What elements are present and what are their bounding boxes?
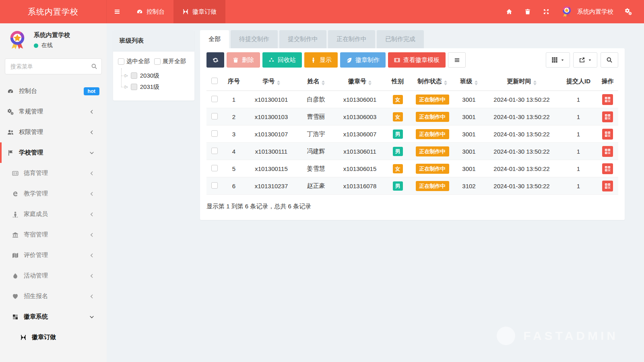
cell-name: 姜雪慧 [297,160,334,177]
cell-seq: 4 [223,143,245,160]
qr-action-button[interactable] [602,146,613,157]
export-dropdown-button[interactable] [573,52,597,68]
gears-icon [625,8,632,15]
home-button[interactable] [500,0,518,23]
delete-button[interactable]: 删除 [227,52,260,68]
class-tree-node[interactable]: ▷ 2030级 [120,70,190,81]
column-menu-button[interactable] [448,52,466,68]
profile-name: 系统内置学校 [34,31,70,39]
sidebar-menu-item[interactable]: 常规管理 [0,101,107,122]
menu-search-input[interactable] [5,58,102,74]
sidebar-menu-item[interactable]: 招生报名 [0,286,107,306]
sort-carets-icon [444,80,447,85]
menu-item-label: 学校管理 [19,149,43,156]
sort-carets-icon [322,80,325,85]
sidebar-menu-item[interactable]: 家庭成员 [0,204,107,224]
row-checkbox[interactable] [211,113,218,119]
row-checkbox[interactable] [211,148,218,154]
toolbar-right [546,52,618,68]
column-header[interactable]: 班级 [454,72,483,91]
column-header[interactable]: 姓名 [297,72,334,91]
clear-cache-button[interactable] [518,0,537,23]
select-all-checkbox[interactable] [211,78,218,84]
status-badge: 正在制作中 [416,95,449,105]
leaf-icon [346,57,352,63]
sort-carets-icon [533,80,537,85]
sidebar-menu-item[interactable]: 寄宿管理 [0,224,107,245]
check-all-label[interactable]: 选中全部 [126,58,150,65]
cell-seq: 2 [223,108,245,125]
column-header[interactable]: 徽章号 [334,72,385,91]
chevron-icon [89,212,99,217]
cell-class: 3001 [454,160,483,177]
sidebar-menu-item[interactable]: 权限管理 [0,122,107,142]
class-tree-node[interactable]: ▷ 2031级 [120,81,190,93]
cell-seq: 3 [223,125,245,143]
status-filter-tab[interactable]: 正在制作中 [328,30,375,48]
menu-item-label: 家庭成员 [24,210,48,218]
hot-badge: hot [84,87,99,95]
menu-item-icon [12,273,19,279]
refresh-button[interactable] [206,52,224,68]
status-filter-tab[interactable]: 待提交制作 [231,30,278,48]
check-all-checkbox[interactable] [118,58,124,65]
cell-seq: 1 [223,91,245,108]
status-filter-tab[interactable]: 已制作完成 [377,30,424,48]
navbar-window-tab[interactable]: 徽章订做 [173,0,225,23]
expand-all-checkbox[interactable] [154,58,161,65]
status-filter-tab[interactable]: 提交制作中 [279,30,326,48]
settings-button[interactable] [619,0,638,23]
sidebar-toggle-button[interactable] [107,0,128,23]
navbar-window-tab[interactable]: 控制台 [128,0,173,23]
tree-node-checkbox[interactable] [131,72,137,79]
sidebar-menu-item[interactable]: 活动管理 [0,265,107,286]
tree-toggle-icon[interactable]: ▷ [125,74,128,78]
column-header[interactable]: 学号 [245,72,297,91]
menu-item-icon [7,150,14,156]
column-header[interactable]: 制作状态 [410,72,454,91]
qr-action-button[interactable] [602,129,613,140]
sidebar-menu-item[interactable]: 评价管理 [0,245,107,265]
qr-action-button[interactable] [602,111,613,122]
sidebar-menu-item[interactable]: 教学管理 [0,183,107,204]
tree-node-checkbox[interactable] [131,84,137,90]
row-checkbox[interactable] [211,96,218,102]
search-icon [606,57,613,63]
film-icon [394,57,400,63]
qr-action-button[interactable] [602,163,613,174]
navbar-user-name[interactable]: 系统内置学校 [577,8,613,16]
qr-action-button[interactable] [602,94,613,105]
sidebar-menu-item[interactable]: 学校管理 [0,142,107,163]
cell-student-no: x101300103 [245,108,297,125]
status-filter-tab[interactable]: 全部 [200,30,229,48]
row-checkbox[interactable] [211,165,218,171]
column-header[interactable]: 更新时间 [483,72,560,91]
columns-dropdown-button[interactable] [546,52,570,68]
tree-toggle-icon[interactable]: ▷ [125,85,128,89]
recycle-bin-button[interactable]: 回收站 [262,52,302,68]
chevron-icon [89,109,99,114]
view-badge-template-button[interactable]: 查看徽章模板 [388,52,446,68]
badge-make-button[interactable]: 徽章制作 [340,52,386,68]
online-status-label: 在线 [41,42,53,49]
expand-all-label[interactable]: 展开全部 [163,58,186,65]
open-window-tabs: 控制台 徽章订做 [128,0,225,23]
cell-submitter-id: 1 [560,160,597,177]
menu-item-icon [12,211,19,218]
cell-submitter-id: 1 [560,143,597,160]
search-toggle-button[interactable] [601,52,618,68]
user-avatar-medal-icon[interactable] [560,5,573,18]
sidebar-menu-item[interactable]: 德育管理 [0,163,107,183]
cell-student-no: x101300111 [245,143,297,160]
show-button[interactable]: 显示 [304,52,338,68]
fullscreen-button[interactable] [537,0,555,23]
sidebar-menu-item[interactable]: 控制台 hot [0,81,107,101]
sidebar: 系统内置学校 在线 控制台 hot 常规管理 权限管理 学校管理 [0,23,107,362]
chevron-icon [89,315,99,319]
caret-down-icon [588,58,592,62]
row-checkbox[interactable] [211,182,218,189]
qr-action-button[interactable] [602,181,613,191]
sidebar-menu-item[interactable]: 徽章系统 [0,306,107,327]
row-checkbox[interactable] [211,130,218,137]
sidebar-menu-item[interactable]: 徽章订做 [0,327,107,348]
